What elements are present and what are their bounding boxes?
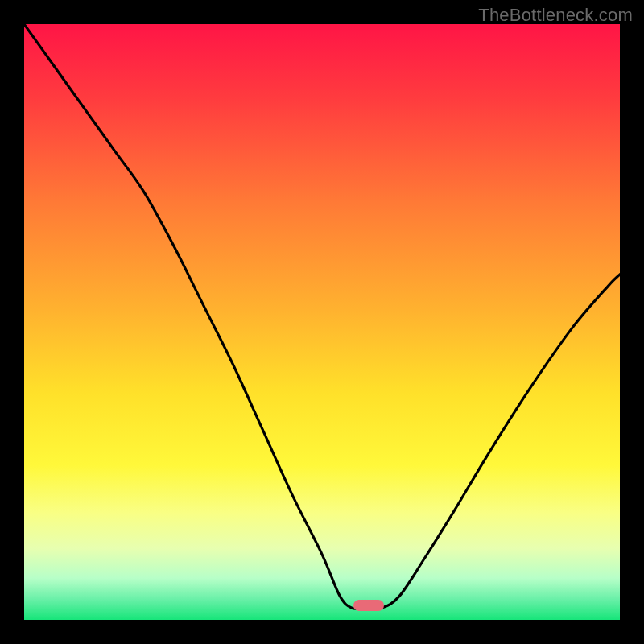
- bottleneck-curve: [24, 24, 620, 620]
- chart-frame: TheBottleneck.com: [0, 0, 644, 644]
- optimal-marker: [353, 600, 384, 611]
- plot-area: [24, 24, 620, 620]
- watermark-text: TheBottleneck.com: [478, 5, 633, 26]
